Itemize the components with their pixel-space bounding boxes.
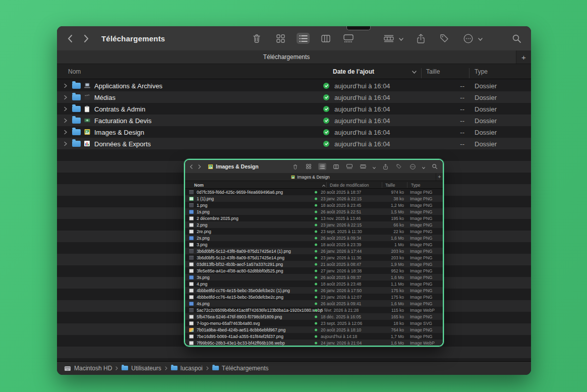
file-row[interactable]: 7-logo-menu-65af7463b4a80.svg23 sept. 20… — [185, 320, 443, 326]
sort-descending-icon[interactable] — [412, 68, 417, 75]
file-row[interactable]: 1s.png26 août 2025 à 22:511,5 MoImage PN… — [185, 208, 443, 215]
tab-images-design[interactable]: Images & Design — [185, 173, 436, 181]
file-row[interactable]: 3b6d0bf5-5c12-43f8-8a09-875d17425e14 (1)… — [185, 248, 443, 254]
share-icon[interactable] — [381, 163, 389, 170]
inner-toolbar: Images & Design — [185, 160, 443, 173]
file-row[interactable]: 1 (1).png23 janv. 2026 à 22:1538 koImage… — [185, 195, 443, 202]
group-by-icon[interactable] — [359, 163, 367, 170]
column-divider[interactable] — [421, 68, 422, 78]
icloud-synced-icon — [323, 106, 329, 112]
icloud-synced-icon — [315, 237, 317, 239]
search-icon[interactable] — [510, 33, 523, 44]
column-divider[interactable] — [382, 182, 382, 188]
file-type: Image PNG — [410, 282, 432, 287]
disclosure-chevron-icon[interactable] — [64, 140, 67, 147]
column-view-icon[interactable] — [332, 163, 340, 170]
file-row[interactable]: 3s.png26 août 2025 à 09:371,6 MoImage PN… — [185, 274, 443, 281]
folder-row[interactable]: Contrats & Adminaujourd’hui à 16:04--Dos… — [57, 103, 531, 115]
share-icon[interactable] — [414, 33, 427, 44]
path-segment[interactable]: lucaspoi — [171, 365, 203, 372]
column-header-date-added[interactable]: Date de l’ajout — [333, 68, 374, 75]
disclosure-chevron-icon[interactable] — [64, 105, 67, 113]
more-actions-chevron-icon[interactable] — [422, 162, 425, 171]
trash-icon[interactable] — [291, 163, 299, 170]
new-tab-button[interactable]: + — [436, 173, 443, 181]
file-name: 3.png — [197, 242, 207, 247]
column-view-icon[interactable] — [319, 33, 332, 44]
folder-row[interactable]: Données & Exportsaujourd’hui à 16:04--Do… — [57, 138, 531, 149]
disclosure-chevron-icon[interactable] — [64, 93, 67, 101]
file-row[interactable]: 7b01a9ba-4bed-424b-ae51-8cbb6ebfd967.png… — [185, 326, 443, 333]
icon-view-icon[interactable] — [305, 163, 313, 170]
file-row[interactable]: 4s.png26 août 2025 à 09:411,6 MoImage PN… — [185, 300, 443, 307]
file-name: 03d813fb-bf32-4b3b-aecf-1a57a337c291.png — [197, 262, 283, 267]
file-type: Image PNG — [410, 295, 432, 300]
column-header-size[interactable]: Taille — [385, 183, 395, 188]
column-divider[interactable] — [469, 68, 469, 78]
file-row[interactable]: 4bbbe8fd-cc76-4e15-bebc-35e0defcbe2c (1)… — [185, 287, 443, 294]
trash-icon[interactable] — [250, 33, 263, 44]
gallery-view-icon[interactable] — [342, 33, 355, 44]
column-divider[interactable] — [326, 182, 327, 188]
column-header-date-modified[interactable]: Date de modification — [330, 183, 369, 188]
file-row[interactable]: 4.png18 août 2025 à 23:481,1 MoImage PNG — [185, 281, 443, 287]
group-by-chevron-icon[interactable] — [373, 162, 376, 171]
group-by-icon[interactable] — [382, 33, 395, 44]
path-segment[interactable]: Macintosh HD — [64, 365, 112, 372]
file-row[interactable]: 3b6d0bf5-5c12-43f8-8a09-875d17425e14.png… — [185, 254, 443, 261]
file-row[interactable]: 2 décembre 2025.png13 nov. 2025 à 13:461… — [185, 215, 443, 221]
file-size: -- — [445, 140, 464, 147]
file-row[interactable]: 5ac72c2c6509b4b6c41ac8f742636fe123b0ba1a… — [185, 307, 443, 313]
disclosure-chevron-icon[interactable] — [64, 82, 67, 89]
back-icon[interactable] — [190, 162, 193, 171]
column-header-size[interactable]: Taille — [426, 68, 440, 75]
group-by-chevron-icon[interactable] — [399, 34, 403, 43]
file-row[interactable]: 3fe5e85e-a41e-4f38-ac80-62d8bbf0d525.png… — [185, 267, 443, 274]
file-row[interactable]: 0d7fc359-f66d-425c-9659-f4ea669496a6.png… — [185, 189, 443, 195]
list-view-icon[interactable] — [318, 163, 326, 170]
path-segment[interactable]: Utilisateurs — [122, 365, 161, 372]
file-row[interactable]: 3.png18 août 2025 à 23:391 MoImage PNG — [185, 241, 443, 248]
column-header-type[interactable]: Type — [475, 68, 488, 75]
file-row[interactable]: 5fb476ea-5246-476f-8903-f0798cbf1809.png… — [185, 313, 443, 320]
path-segment[interactable]: Téléchargements — [212, 365, 269, 372]
new-tab-button[interactable]: + — [516, 50, 531, 64]
folder-row[interactable]: Applications & Archivesaujourd’hui à 16:… — [57, 80, 531, 91]
disclosure-chevron-icon[interactable] — [64, 117, 67, 124]
file-row[interactable]: 2re.png23 sept. 2025 à 11:3022 koImage P… — [185, 228, 443, 235]
tab-downloads[interactable]: Téléchargements — [57, 50, 516, 64]
more-actions-icon[interactable] — [461, 33, 475, 44]
sort-ascending-icon[interactable] — [322, 183, 325, 188]
more-actions-icon[interactable] — [408, 163, 417, 170]
folder-row[interactable]: Facturation & Devisaujourd’hui à 16:04--… — [57, 115, 531, 126]
icloud-synced-icon — [315, 269, 317, 272]
icon-view-icon[interactable] — [274, 33, 287, 44]
file-row[interactable]: 4bbbe8fd-cc76-4e15-bebc-35e0defcbe2c.png… — [185, 294, 443, 300]
forward-icon[interactable] — [198, 162, 201, 171]
back-icon[interactable] — [67, 34, 73, 43]
file-thumbnail-icon — [189, 190, 194, 194]
file-row[interactable]: 7f99b95c-28b3-43e1-bc33-bf42ff66b108.web… — [185, 340, 443, 346]
file-row[interactable]: 2s.png26 août 2025 à 09:341,6 MoImage PN… — [185, 235, 443, 241]
folder-row[interactable]: Médiasaujourd’hui à 16:04--Dossier — [57, 91, 531, 103]
forward-icon[interactable] — [84, 34, 89, 43]
list-view-icon[interactable] — [297, 33, 310, 44]
gallery-view-icon[interactable] — [345, 163, 354, 170]
file-thumbnail-icon — [189, 249, 194, 253]
tag-icon[interactable] — [395, 163, 403, 170]
folder-row[interactable]: Images & Designaujourd’hui à 16:04--Doss… — [57, 126, 531, 138]
more-actions-chevron-icon[interactable] — [478, 34, 483, 43]
file-row[interactable]: 2.png23 janv. 2026 à 22:1566 koImage PNG — [185, 221, 443, 228]
date-modified: 23 janv. 2026 à 22:15 — [321, 222, 362, 228]
tag-icon[interactable] — [438, 33, 451, 44]
column-header-type[interactable]: Type — [411, 183, 420, 188]
search-icon[interactable] — [431, 163, 439, 170]
disclosure-chevron-icon[interactable] — [64, 128, 67, 136]
column-header-name[interactable]: Nom — [194, 183, 204, 188]
date-modified: 20 août 2025 à 18:10 — [321, 327, 361, 332]
file-row[interactable]: 03d813fb-bf32-4b3b-aecf-1a57a337c291.png… — [185, 261, 443, 267]
column-divider[interactable] — [407, 182, 407, 188]
column-header-name[interactable]: Nom — [68, 68, 81, 75]
file-row[interactable]: 7be16d95-b069-41ad-a355-81f84ef2fd37.png… — [185, 333, 443, 340]
file-row[interactable]: 1.png18 août 2025 à 23:451,2 MoImage PNG — [185, 202, 443, 208]
